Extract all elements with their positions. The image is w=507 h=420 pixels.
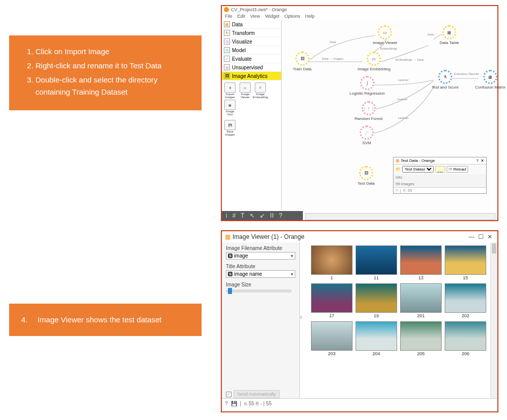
thumbnail-label: 203 <box>311 351 353 356</box>
menu-view[interactable]: View <box>250 14 260 19</box>
help-icon[interactable]: ? <box>279 212 283 219</box>
menu-help[interactable]: Help <box>305 14 315 19</box>
image-size-slider[interactable] <box>226 289 292 292</box>
category-transform[interactable]: ↻Transform <box>222 29 281 37</box>
thumbnail-cell[interactable]: 204 <box>356 321 397 356</box>
node-test-data[interactable]: 🖼Test Data <box>358 166 375 186</box>
instruction-item: Right-click and rename it to Test Data <box>35 60 189 72</box>
menu-file[interactable]: File <box>225 14 232 19</box>
chevron-down-icon: ▾ <box>291 253 293 259</box>
instruction-box-2: 4. Image Viewer shows the test dataset <box>9 304 202 336</box>
widget-save-images[interactable]: 💾Save Images <box>223 120 237 136</box>
node-image-embedding[interactable]: ▭Image Embedding <box>358 52 391 71</box>
thumbnail-image[interactable] <box>311 321 353 351</box>
thumbnail-image[interactable] <box>311 283 353 313</box>
thumbnail-image[interactable] <box>400 245 442 275</box>
node-train-data[interactable]: 🖼Train Data <box>293 52 311 71</box>
menu-widget[interactable]: Widget <box>265 14 279 19</box>
instruction-item: Click on Import Image <box>35 46 189 58</box>
help-icon[interactable]: ? <box>476 158 478 163</box>
thumbnail-cell[interactable]: 15 <box>445 245 486 280</box>
close-icon[interactable]: ✕ <box>485 233 494 240</box>
instruction-text: Image Viewer shows the test dataset <box>37 315 162 324</box>
pause-icon[interactable]: ⅠⅠ <box>270 212 274 219</box>
svg-text:Data → Images: Data → Images <box>322 57 343 60</box>
app-title: CV_Project3.ows* - Orange <box>231 7 287 12</box>
thumbnail-cell[interactable]: 11 <box>356 245 397 280</box>
arrow-icon[interactable]: ↖ <box>250 212 255 219</box>
menu-options[interactable]: Options <box>284 14 300 19</box>
vertical-scrollbar[interactable] <box>490 242 497 398</box>
folder-icon: 📁 <box>396 167 401 172</box>
category-evaluate[interactable]: ✓Evaluate <box>222 55 281 63</box>
thumbnail-image[interactable] <box>445 321 486 351</box>
dataset-select[interactable]: Test Dataset <box>402 166 434 173</box>
widget-import-images[interactable]: ⬆Import Images <box>223 82 237 99</box>
image-grid-area: › 11113151719201202203204205206 <box>300 242 497 398</box>
thumbnail-label: 17 <box>311 313 353 318</box>
thumbnail-image[interactable] <box>356 321 397 351</box>
thumbnail-image[interactable] <box>356 283 397 313</box>
thumbnail-cell[interactable]: 202 <box>445 283 486 318</box>
widget-image-embedding[interactable]: ≡Image Embedding <box>253 82 267 99</box>
thumbnail-cell[interactable]: 205 <box>400 321 442 356</box>
viewer-status-bar: ? 💾 | ⎋ 55 ⎘ - | 55 <box>222 398 497 408</box>
svg-text:Learner: Learner <box>398 116 409 119</box>
category-visualize[interactable]: ◷Visualize <box>222 37 281 46</box>
send-auto-button[interactable]: Send Automatically <box>233 390 280 398</box>
text-icon[interactable]: T <box>241 212 244 219</box>
dialog-info-label: Info <box>394 174 486 181</box>
node-random-forest[interactable]: ⋮⋮⋮Random Forest <box>355 101 382 121</box>
collapse-arrow-icon[interactable]: › <box>300 313 302 321</box>
filename-attr-select[interactable]: Simage▾ <box>226 252 295 260</box>
node-logistic-regression[interactable]: ∫Logistic Regression <box>349 76 385 96</box>
thumbnail-image[interactable] <box>311 245 353 275</box>
node-image-viewer[interactable]: ▭Image Viewer <box>373 25 398 45</box>
image-analytics-icon: 🖼 <box>224 73 230 79</box>
browse-button[interactable]: ... <box>435 166 445 173</box>
widget-image-grid[interactable]: ▦Image Grid <box>223 100 237 116</box>
thumbnail-label: 202 <box>445 313 486 318</box>
close-icon[interactable]: ✕ <box>481 158 484 163</box>
arrow2-icon[interactable]: ↙ <box>260 212 265 219</box>
thumbnail-image[interactable] <box>400 283 442 313</box>
maximize-icon[interactable]: ☐ <box>476 233 485 240</box>
save-icon[interactable]: 💾 <box>231 401 237 406</box>
send-auto-checkbox[interactable]: ✓ <box>226 392 231 397</box>
thumbnail-cell[interactable]: 13 <box>400 245 442 280</box>
thumbnail-image[interactable] <box>356 245 397 275</box>
menubar[interactable]: File Edit View Widget Options Help <box>222 13 497 20</box>
minimize-icon[interactable]: — <box>467 233 476 240</box>
category-model[interactable]: ◎Model <box>222 46 281 55</box>
reload-button[interactable]: ⟳Reload <box>447 166 468 173</box>
category-image-analytics[interactable]: 🖼Image Analytics <box>222 72 281 80</box>
node-data-table[interactable]: ▦Data Table <box>440 25 459 45</box>
info-icon[interactable]: i <box>226 212 227 219</box>
menu-edit[interactable]: Edit <box>238 14 246 19</box>
thumbnail-cell[interactable]: 203 <box>311 321 353 356</box>
test-data-dialog: ▦ Test Data - Orange ? ✕ 📁 Test Dataset … <box>393 157 487 194</box>
thumbnail-label: 1 <box>311 275 353 280</box>
node-svm[interactable]: ⋰SVM <box>360 125 374 145</box>
thumbnail-cell[interactable]: 201 <box>400 283 442 318</box>
bottom-toolbar[interactable]: i # T ↖ ↙ ⅠⅠ ? <box>222 211 303 220</box>
thumbnail-label: 206 <box>445 351 486 356</box>
thumbnail-image[interactable] <box>445 283 486 313</box>
category-data[interactable]: ▦Data <box>222 20 281 29</box>
thumbnail-cell[interactable]: 17 <box>311 283 353 318</box>
import-images-icon: ⬆ <box>224 82 236 93</box>
workflow-canvas[interactable]: Data Data → Images Embeddings Embeddings… <box>282 20 497 209</box>
thumbnail-cell[interactable]: 19 <box>356 283 397 318</box>
node-test-and-score[interactable]: ⚗Test and Score <box>432 70 458 90</box>
horizontal-scrollbar[interactable] <box>305 213 495 220</box>
widget-image-viewer[interactable]: ▭Image Viewer <box>238 82 252 99</box>
thumbnail-image[interactable] <box>400 321 442 351</box>
hash-icon[interactable]: # <box>232 212 236 219</box>
help-icon[interactable]: ? <box>225 401 228 406</box>
thumbnail-cell[interactable]: 206 <box>445 321 486 356</box>
thumbnail-cell[interactable]: 1 <box>311 245 353 280</box>
category-unsupervised[interactable]: ◍Unsupervised <box>222 63 281 72</box>
thumbnail-image[interactable] <box>445 245 486 275</box>
node-confusion-matrix[interactable]: ▦Confusion Matrix <box>475 70 505 90</box>
title-attr-select[interactable]: Simage name▾ <box>226 270 295 278</box>
